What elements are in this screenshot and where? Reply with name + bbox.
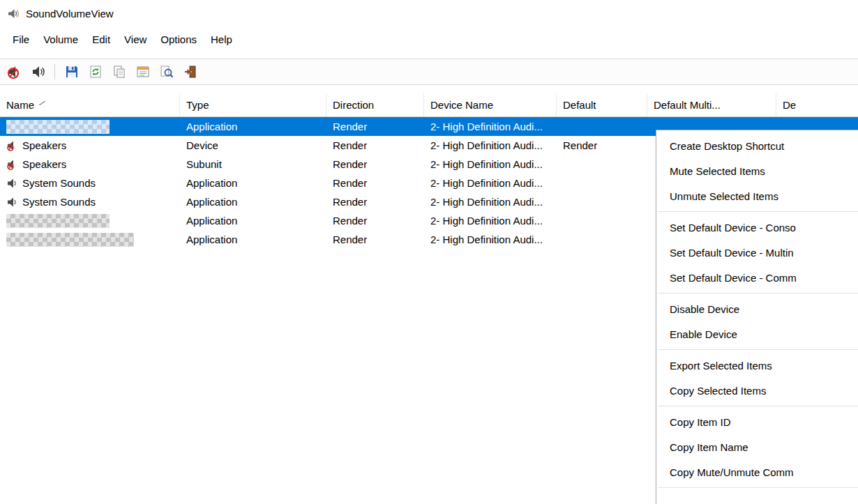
context-menu-item-unmute-selected-items[interactable]: Unmute Selected Items — [656, 183, 858, 208]
exit-button[interactable] — [179, 62, 201, 82]
cell-type: Application — [180, 211, 326, 230]
menu-options[interactable]: Options — [153, 30, 204, 49]
menu-help[interactable]: Help — [204, 30, 239, 49]
cell-direction: Render — [326, 230, 424, 249]
context-menu-item-copy-mute-unmute-command[interactable]: Copy Mute/Unmute Comm — [656, 459, 858, 484]
context-menu-separator — [658, 293, 858, 293]
cell-type: Application — [180, 230, 326, 249]
cell-direction: Render — [326, 174, 424, 192]
cell-device-name: 2- High Definition Audi... — [424, 230, 557, 249]
cell-name: Speakers — [0, 136, 180, 155]
window-title: SoundVolumeView — [26, 8, 114, 20]
cell-name — [0, 211, 180, 230]
cell-name: System Sounds — [0, 192, 180, 211]
cell-device-name: 2- High Definition Audi... — [424, 174, 557, 192]
context-menu-item-copy-item-name[interactable]: Copy Item Name — [656, 434, 858, 459]
redacted-name-block — [6, 120, 110, 134]
menu-bar: File Volume Edit View Options Help — [0, 26, 858, 52]
column-header-name[interactable]: Name — [0, 93, 180, 116]
column-header-row: Name Type Direction Device Name Default … — [0, 93, 858, 117]
menu-toolbar-gap — [0, 52, 858, 59]
menu-file[interactable]: File — [6, 30, 36, 49]
muted-speaker-icon — [6, 158, 18, 170]
cell-default — [557, 174, 647, 192]
column-header-direction[interactable]: Direction — [326, 93, 424, 116]
context-menu-item-enable-device[interactable]: Enable Device — [656, 321, 858, 346]
refresh-icon — [89, 65, 103, 79]
context-menu-item-create-desktop-shortcut[interactable]: Create Desktop Shortcut — [656, 133, 858, 158]
menu-volume[interactable]: Volume — [36, 30, 85, 49]
context-menu-item-set-default-device-communications[interactable]: Set Default Device - Comm — [656, 265, 858, 290]
cell-default — [557, 192, 647, 211]
context-menu-item-set-default-device-multimedia[interactable]: Set Default Device - Multin — [656, 240, 858, 265]
cell-direction: Render — [326, 192, 424, 211]
cell-default — [557, 155, 647, 174]
copy-icon — [112, 65, 126, 79]
column-header-default[interactable]: Default — [557, 93, 647, 116]
find-icon — [160, 65, 174, 79]
cell-default — [557, 230, 647, 249]
menu-view[interactable]: View — [117, 30, 153, 49]
context-menu-item-disable-device[interactable]: Disable Device — [656, 296, 858, 321]
cell-name — [0, 230, 180, 249]
cell-name: System Sounds — [0, 174, 180, 192]
column-header-default-communications[interactable]: De — [776, 93, 858, 116]
context-menu-separator — [658, 406, 858, 406]
app-icon — [8, 8, 20, 20]
cell-type: Subunit — [180, 155, 326, 174]
cell-direction: Render — [326, 155, 424, 174]
cell-name: Speakers — [0, 155, 180, 174]
cell-type: Device — [180, 136, 326, 155]
cell-direction: Render — [326, 211, 424, 230]
cell-direction: Render — [326, 136, 424, 155]
copy-selected-button[interactable] — [108, 62, 130, 82]
sort-ascending-icon — [39, 101, 45, 105]
column-header-default-multimedia[interactable]: Default Multi... — [647, 93, 776, 116]
cell-default — [557, 117, 647, 136]
cell-device-name: 2- High Definition Audi... — [424, 155, 557, 174]
speaker-icon — [6, 177, 18, 189]
cell-name — [0, 117, 180, 136]
title-bar: SoundVolumeView — [0, 0, 858, 26]
cell-default — [557, 211, 647, 230]
speaker-icon — [31, 65, 45, 79]
cell-device-name: 2- High Definition Audi... — [424, 117, 557, 136]
redacted-name-block — [6, 233, 134, 247]
context-menu-item-copy-selected-items[interactable]: Copy Selected Items — [656, 378, 858, 403]
properties-icon — [136, 65, 150, 79]
save-icon — [65, 65, 79, 79]
cell-direction: Render — [326, 117, 424, 136]
exit-door-icon — [183, 65, 197, 79]
context-menu-item-set-default-device-console[interactable]: Set Default Device - Conso — [656, 215, 858, 240]
cell-device-name: 2- High Definition Audi... — [424, 136, 557, 155]
find-button[interactable] — [156, 62, 177, 82]
context-menu-separator — [658, 487, 858, 488]
cell-type: Application — [180, 174, 326, 192]
context-menu: Create Desktop Shortcut Mute Selected It… — [656, 130, 858, 504]
context-menu-separator — [658, 211, 858, 212]
cell-type: Application — [180, 192, 326, 211]
column-header-type[interactable]: Type — [180, 93, 326, 116]
speaker-icon — [6, 196, 18, 208]
toolbar-separator — [54, 64, 55, 79]
menu-edit[interactable]: Edit — [85, 30, 117, 49]
mute-selected-button[interactable] — [3, 62, 25, 82]
unmute-selected-button[interactable] — [27, 62, 49, 82]
context-menu-item-mute-selected-items[interactable]: Mute Selected Items — [656, 158, 858, 183]
context-menu-separator — [658, 349, 858, 350]
context-menu-item-copy-item-id[interactable]: Copy Item ID — [656, 409, 858, 434]
muted-speaker-icon — [6, 139, 18, 151]
cell-device-name: 2- High Definition Audi... — [424, 211, 557, 230]
cell-default: Render — [557, 136, 647, 155]
redacted-name-block — [6, 214, 110, 228]
toolbar — [0, 59, 858, 85]
muted-speaker-icon — [7, 64, 22, 79]
refresh-button[interactable] — [84, 62, 106, 82]
cell-type: Application — [180, 117, 326, 136]
properties-button[interactable] — [132, 62, 153, 82]
context-menu-item-export-selected-items[interactable]: Export Selected Items — [656, 353, 858, 378]
cell-device-name: 2- High Definition Audi... — [424, 192, 557, 211]
save-report-button[interactable] — [61, 62, 82, 82]
column-header-device-name[interactable]: Device Name — [424, 93, 557, 116]
